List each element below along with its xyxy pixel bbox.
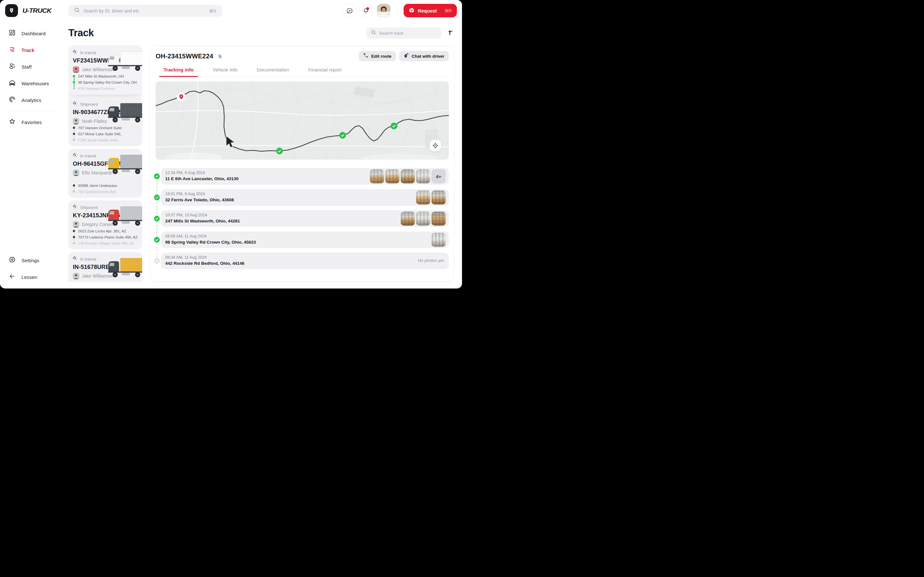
card-driver: Gregory Corwin [73,221,137,227]
stop-dot-icon [73,184,75,187]
driver-avatar [73,221,79,227]
card-stops: 2623 Zoie Locks Apt. 381, AZ70773 Ladari… [73,228,138,246]
box-icon [409,7,415,14]
copy-icon[interactable] [216,53,223,59]
logo-icon [5,4,18,17]
sidebar-item-warehouses[interactable]: Warehouses [0,75,66,92]
filter-button[interactable] [447,29,454,37]
track-card-OH-96415GFC145[interactable]: In transitOH-96415GFC145Ellis Marquardt3… [68,149,142,198]
sidebar-item-settings[interactable]: Settings [0,252,66,269]
chat-icon [404,53,409,59]
track-card-IN-51678URE401[interactable]: In transitIN-51678URE401Jake Williamson6… [68,252,142,282]
status-spinner-icon [73,101,78,107]
cargo-photo[interactable] [431,211,446,226]
timeline-row: 09:34 AM, 11 Aug 2024442 Rockside Rd Bed… [161,253,449,269]
timeline-row: 12:34 PM, 9 Aug 202411 E 6th Ave Lancast… [161,168,449,185]
stop-item: 027 Morar Lake Suite 546, [78,131,138,137]
photo-group [431,233,446,247]
stop-dot-icon [73,133,75,135]
sidebar-item-label: Analytics [21,97,41,103]
track-search[interactable] [367,27,441,39]
messages-button[interactable] [343,4,357,17]
photo-group [401,211,446,226]
cargo-photo[interactable] [401,211,415,226]
page-header: Track [68,26,454,40]
cargo-photo[interactable] [431,190,446,205]
status-spinner-icon [73,50,78,56]
user-avatar[interactable] [377,4,391,17]
cargo-photo[interactable] [416,211,430,226]
stop-item: 792 Gabriel Corner Apt., [78,189,138,195]
status-label: In transit [80,153,96,158]
card-stops: 30986 Jamir Underpass792 Gabriel Corner … [73,182,138,195]
tab-tracking-info[interactable]: Tracking info [164,67,194,77]
stop-item: 145 Kuvalis Villages Suite 466, AZ [78,240,138,246]
cargo-photo[interactable] [401,169,415,183]
driver-name: Jake Williamson [82,67,114,72]
brand: U-TRUCK [5,4,51,17]
main-content: Track In transitVF23415WWE224Jake Willia… [66,21,462,288]
driver-avatar [73,66,79,73]
tab-vehicle-info[interactable]: Vehicle info [213,67,237,77]
sidebar-item-lessen[interactable]: Lessen [0,269,66,285]
edit-route-button[interactable]: Edit route [359,51,396,61]
sidebar-item-favorites[interactable]: Favorites [0,114,66,131]
edit-route-icon [363,53,368,59]
stop-address: 98 Spring Valley Rd Crown City, OH [78,81,137,84]
driver-avatar [73,169,79,176]
tab-financial-report[interactable]: Financial report [309,67,341,77]
card-id: OH-96415GFC145 [73,161,137,167]
track-card-VF23415WWE224[interactable]: In transitVF23415WWE224Jake Williamson24… [68,45,142,95]
detail-header: OH-23415WWE224 Edit route Chat with [150,46,454,61]
search-shortcut: ⌘S [209,8,216,13]
sidebar-item-label: Dashboard [21,31,45,36]
global-search[interactable]: ⌘S [68,5,222,17]
arrow-left-icon [9,273,16,281]
timeline-row: 10:07 PM, 10 Aug 2024247 Mills St Wadswo… [161,210,449,227]
sidebar-item-analytics[interactable]: Analytics [0,92,66,108]
tabs: Tracking infoVehicle infoDocumentationFi… [164,67,449,77]
status-spinner-icon [73,153,78,159]
dashboard-icon [9,29,16,37]
sidebar-item-track[interactable]: Track [0,42,66,58]
search-input[interactable] [83,8,205,13]
cargo-photo[interactable] [370,169,384,183]
card-stops: 247 Mills St Wadsworth, OH98 Spring Vall… [73,73,138,91]
request-button[interactable]: Request ⌘R [404,4,457,17]
notifications-button[interactable] [359,4,373,17]
no-photos-label: No photos yet [418,258,444,263]
status-label: Shipment [80,102,98,107]
tracking-timeline: 12:34 PM, 9 Aug 202411 E 6th Ave Lancast… [156,168,449,269]
status-label: In transit [80,50,96,55]
track-card-KY-23415JNF155[interactable]: ShipmentKY-23415JNF155Gregory Corwin2623… [68,200,142,250]
cargo-photo[interactable] [431,233,446,247]
photo-group: 4+ [370,169,446,183]
card-id: VF23415WWE224 [73,57,137,64]
track-search-input[interactable] [379,31,437,35]
sidebar-item-label: Favorites [21,119,42,125]
track-card-IN-9034677ZFG154[interactable]: ShipmentIN-9034677ZFG154Noah Flatley707 … [68,97,142,146]
cargo-photo[interactable] [385,169,399,183]
gear-icon [9,256,16,264]
chat-with-driver-label: Chat with driver [412,54,444,59]
cargo-photo[interactable] [416,190,430,205]
sidebar: DashboardTrackStaffWarehousesAnalyticsFa… [0,21,66,288]
checkpoint-icon [391,123,397,129]
tab-documentation[interactable]: Documentation [257,67,289,77]
chat-with-driver-button[interactable]: Chat with driver [399,51,449,61]
card-status: Shipment [73,101,137,107]
sidebar-item-dashboard[interactable]: Dashboard [0,25,66,42]
detail-actions: Edit route Chat with driver [359,51,449,61]
sidebar-item-staff[interactable]: Staff [0,58,66,75]
timeline-connector [157,176,157,240]
cargo-photo[interactable] [416,169,430,183]
locate-button[interactable] [430,140,441,151]
star-icon [9,118,16,126]
card-driver: Jake Williamson [73,66,137,73]
timeline-time: 19:01 PM, 9 Aug 2024 [165,192,446,196]
route-map[interactable] [156,81,449,160]
edit-route-label: Edit route [371,54,391,59]
card-driver: Noah Flatley [73,118,137,124]
tracking-id: OH-23415WWE224 [156,53,213,60]
more-photos-badge[interactable]: 4+ [431,169,446,183]
